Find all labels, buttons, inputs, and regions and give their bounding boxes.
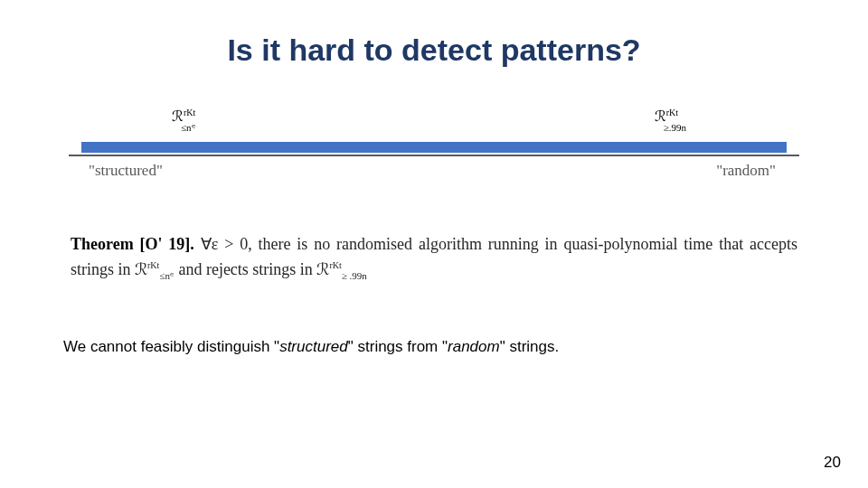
theorem-set2-sup: rKt xyxy=(329,260,341,270)
conclusion-post: " strings. xyxy=(500,338,560,355)
theorem-set1-base: ℛ xyxy=(135,260,147,278)
axis-label-structured: "structured" xyxy=(89,162,163,180)
theorem-mid: and rejects strings in xyxy=(178,260,316,278)
conclusion-pre: We cannot feasibly distinguish " xyxy=(63,338,279,355)
conclusion-text: We cannot feasibly distinguish "structur… xyxy=(63,338,805,356)
axis-label-random: "random" xyxy=(716,162,776,180)
spectrum-diagram: ℛrKt≤nᵉ ℛrKt≥.99n "structured" "random" xyxy=(81,111,787,165)
spectrum-label-right: ℛrKt≥.99n xyxy=(655,108,678,144)
theorem-prefix: Theorem [O' 19]. xyxy=(71,235,194,253)
page-number: 20 xyxy=(824,454,841,472)
theorem-set1-sup: rKt xyxy=(147,260,159,270)
conclusion-word-random: random xyxy=(448,338,500,355)
theorem-set2-sub: ≥ .99n xyxy=(342,269,367,280)
set-subscript-right: ≥.99n xyxy=(664,122,686,133)
set-superscript-right: rKt xyxy=(666,108,678,117)
theorem-set1-sub: ≤nᵉ xyxy=(159,269,175,280)
conclusion-word-structured: structured xyxy=(279,338,348,355)
set-subscript-left: ≤nᵉ xyxy=(181,122,196,133)
theorem-statement: Theorem [O' 19]. ∀ε > 0, there is no ran… xyxy=(63,232,805,284)
theorem-set2-base: ℛ xyxy=(316,260,329,278)
set-superscript-left: rKt xyxy=(184,108,195,117)
conclusion-mid: " strings from " xyxy=(348,338,448,355)
spectrum-label-left: ℛrKt≤nᵉ xyxy=(172,108,195,145)
slide-title: Is it hard to detect patterns? xyxy=(63,33,805,68)
spectrum-baseline xyxy=(69,155,799,156)
slide-container: Is it hard to detect patterns? ℛrKt≤nᵉ ℛ… xyxy=(0,0,868,488)
